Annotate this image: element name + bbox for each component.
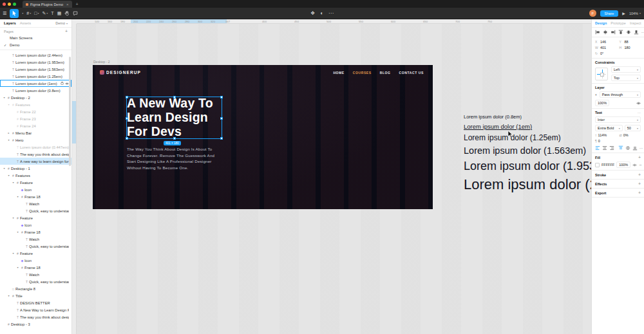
layer-row[interactable]: ▾#Hero <box>0 136 71 144</box>
expand-arrow-icon[interactable]: ▾ <box>15 266 20 269</box>
selection-handle-w[interactable] <box>126 117 128 120</box>
blend-mode-dropdown[interactable]: Pass through▾ <box>600 91 641 98</box>
text-align-top-button[interactable] <box>618 145 623 151</box>
layer-row[interactable]: ▾#Desktop - 1 <box>0 165 71 172</box>
horizontal-constraint-dropdown[interactable]: Left▾ <box>611 66 641 73</box>
vertical-constraint-dropdown[interactable]: Top▾ <box>611 75 641 81</box>
type-scale-line[interactable]: Lorem ipsum dolor (0.8em) <box>464 115 591 120</box>
type-scale-line[interactable]: Lorem ipsum dolor (2.44em) <box>464 176 591 192</box>
selection-handle-ne[interactable] <box>220 96 223 98</box>
layer-row[interactable]: ▾#Features <box>0 101 71 108</box>
line-height-field[interactable]: ↕114% <box>595 133 617 137</box>
layer-row[interactable]: □Rectangle 8 <box>0 285 71 292</box>
fill-visibility-toggle[interactable] <box>632 163 637 167</box>
tab-layers[interactable]: Layers <box>4 21 16 25</box>
align-top-button[interactable] <box>618 30 623 35</box>
close-tab-icon[interactable]: × <box>66 3 69 6</box>
project-dropdown[interactable]: Demo ▾ <box>55 21 68 25</box>
comment-tool-button[interactable] <box>73 11 78 16</box>
constraints-widget[interactable] <box>595 68 608 80</box>
close-window-button[interactable] <box>3 3 6 6</box>
move-tool-button[interactable] <box>10 9 19 18</box>
lock-layer-icon[interactable] <box>61 81 64 86</box>
align-left-button[interactable] <box>595 30 600 35</box>
layer-opacity-field[interactable]: 100% <box>595 100 609 106</box>
align-horizontal-center-button[interactable] <box>603 30 608 35</box>
layer-row[interactable]: TThe way you think about design is abo..… <box>0 313 71 320</box>
text-tool-button[interactable]: T <box>51 11 53 15</box>
add-fill-button[interactable]: + <box>638 155 641 160</box>
layer-row[interactable]: TLorem ipsum dolor (1.25em) <box>0 73 71 80</box>
layer-row[interactable]: ▾#Frame 18 <box>0 264 71 271</box>
layer-visibility-toggle[interactable] <box>636 102 641 105</box>
expand-arrow-icon[interactable]: ▾ <box>6 294 11 297</box>
file-tab[interactable]: Figma Plugins Demo × <box>23 1 72 8</box>
layers-scrollbar[interactable] <box>69 57 71 166</box>
expand-arrow-icon[interactable]: ▾ <box>2 96 6 99</box>
page-item[interactable]: ✓Demo <box>0 42 71 49</box>
tab-inspect[interactable]: Inspect <box>630 21 641 25</box>
expand-arrow-icon[interactable]: ▾ <box>6 103 11 106</box>
add-effect-button[interactable]: + <box>638 181 641 186</box>
width-field[interactable]: W401 <box>595 46 617 50</box>
tab-assets[interactable]: Assets <box>20 21 31 25</box>
fill-opacity-field[interactable]: 100% <box>616 162 630 168</box>
x-position-field[interactable]: X146 <box>595 40 617 44</box>
pen-tool-button[interactable]: ✎▾ <box>42 11 48 15</box>
expand-arrow-icon[interactable]: ▾ <box>11 252 15 255</box>
new-tab-button[interactable]: + <box>76 2 79 6</box>
layer-row[interactable]: #Desktop - 3 <box>0 320 71 328</box>
hand-tool-button[interactable] <box>64 10 70 16</box>
layer-row[interactable]: ▾#Feature <box>0 179 71 186</box>
expand-arrow-icon[interactable]: ▾ <box>15 195 20 198</box>
type-settings-button[interactable]: ⋯ <box>638 111 641 115</box>
layer-row[interactable]: ▾#Frame 18 <box>0 228 71 236</box>
layer-row[interactable]: #Frame 24 <box>0 122 71 129</box>
paragraph-spacing-field[interactable]: ¶0 <box>595 139 617 143</box>
text-align-bottom-button[interactable] <box>632 145 638 151</box>
hero-paragraph-text[interactable]: The Way You Think About Design Is About … <box>127 146 222 171</box>
layer-row[interactable]: ▾#Desktop - 2 <box>0 94 71 101</box>
resources-tool-button[interactable]: ▦ <box>57 11 62 15</box>
layer-row[interactable]: ▸#Menu Bar <box>0 129 71 136</box>
type-scale-line[interactable]: Lorem ipsum dolor (1.25em) <box>464 134 591 143</box>
frame-name-label[interactable]: Desktop - 2 <box>93 60 110 64</box>
move-tool-chevron-icon[interactable]: ▾ <box>22 12 23 15</box>
avatar[interactable]: P <box>589 10 596 17</box>
layer-row[interactable]: TLorem ipsum dolor (1.563em) <box>0 66 71 73</box>
layer-row[interactable]: TLorem ipsum dolor (0.8em) <box>0 87 71 94</box>
main-menu-icon[interactable]: ☰ <box>3 11 6 15</box>
layer-row[interactable]: TA New Way to Learn Design For Devs <box>0 306 71 313</box>
layer-row[interactable]: TDESIGN BETTER <box>0 299 71 306</box>
text-align-right-button[interactable] <box>609 145 614 151</box>
height-field[interactable]: H180 <box>620 46 641 50</box>
fill-color-swatch[interactable] <box>595 163 600 167</box>
rotation-field[interactable]: ↻0° <box>595 51 617 55</box>
layer-row[interactable]: ◈Icon <box>0 221 71 228</box>
share-button[interactable]: Share <box>600 10 619 17</box>
zoom-menu[interactable]: 104% ▾ <box>629 12 641 15</box>
layer-row[interactable]: ▾#Title <box>0 292 71 299</box>
font-family-dropdown[interactable]: Inter▾ <box>595 116 641 123</box>
create-component-button[interactable]: ❖ <box>310 11 315 16</box>
layer-row[interactable]: TLorem ipsum dolor (1.953em) <box>0 59 71 66</box>
font-weight-dropdown[interactable]: Extra Bold▾ <box>595 125 623 131</box>
hero-nav-item-home[interactable]: HOME <box>333 71 344 75</box>
tab-prototype[interactable]: Prototype <box>611 21 626 25</box>
type-scale-line[interactable]: Lorem ipsum dolor (1em) <box>464 124 591 131</box>
expand-arrow-icon[interactable]: ▸ <box>6 131 11 135</box>
fullscreen-window-button[interactable] <box>13 3 16 6</box>
layer-row[interactable]: #Frame 22 <box>0 108 71 115</box>
type-scale-line[interactable]: Lorem ipsum dolor (1.563em) <box>464 145 591 156</box>
selection-handle-s[interactable] <box>173 137 176 140</box>
selection-handle-se[interactable] <box>220 137 223 140</box>
expand-arrow-icon[interactable]: ▾ <box>15 230 20 234</box>
layer-row[interactable]: TWatch <box>0 271 71 278</box>
tab-design[interactable]: Design <box>595 21 607 25</box>
text-align-left-button[interactable] <box>595 145 600 151</box>
layer-row[interactable]: TWatch <box>0 200 71 207</box>
minimize-window-button[interactable] <box>8 3 11 6</box>
layer-row[interactable]: ◈Icon <box>0 257 71 264</box>
layer-row[interactable]: ▾#Frame 18 <box>0 193 71 200</box>
fill-hex-field[interactable]: FFFFFF <box>601 163 614 167</box>
